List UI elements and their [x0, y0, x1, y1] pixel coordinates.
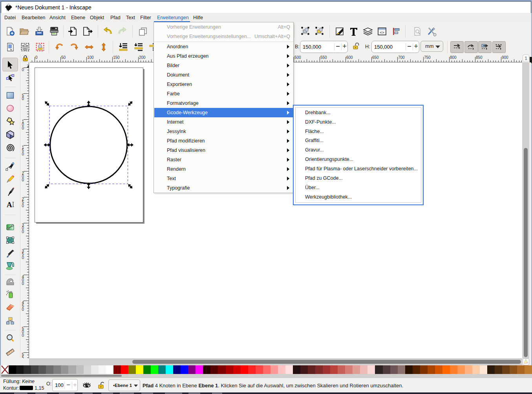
svg-text:0: 0 [22, 333, 24, 337]
svg-text:0: 0 [22, 255, 24, 260]
svg-text:5: 5 [22, 356, 24, 358]
svg-text:550: 550 [320, 55, 327, 60]
svg-text:900: 900 [502, 55, 508, 60]
svg-text:A: A [7, 201, 12, 209]
svg-text:750: 750 [424, 55, 431, 60]
svg-text:0: 0 [22, 281, 24, 286]
svg-text:500: 500 [294, 55, 301, 60]
svg-text:850: 850 [476, 55, 483, 60]
svg-text:0: 0 [35, 55, 38, 60]
svg-text:200: 200 [139, 55, 146, 60]
svg-text:0: 0 [22, 152, 24, 156]
svg-text:600: 600 [346, 55, 353, 60]
svg-text:0: 0 [22, 178, 24, 182]
svg-text:0: 0 [22, 230, 24, 234]
svg-text:0: 0 [22, 204, 24, 208]
svg-text:0: 0 [22, 307, 24, 312]
svg-text:0: 0 [22, 97, 24, 101]
svg-text:0: 0 [22, 67, 24, 72]
svg-text:150: 150 [113, 55, 120, 60]
svg-text:650: 650 [372, 55, 379, 60]
svg-text:700: 700 [398, 55, 405, 60]
svg-text:800: 800 [450, 55, 457, 60]
svg-text:0: 0 [22, 126, 24, 130]
svg-text:50: 50 [61, 55, 66, 60]
svg-text:100: 100 [87, 55, 94, 60]
svg-text:<>: <> [380, 31, 384, 35]
